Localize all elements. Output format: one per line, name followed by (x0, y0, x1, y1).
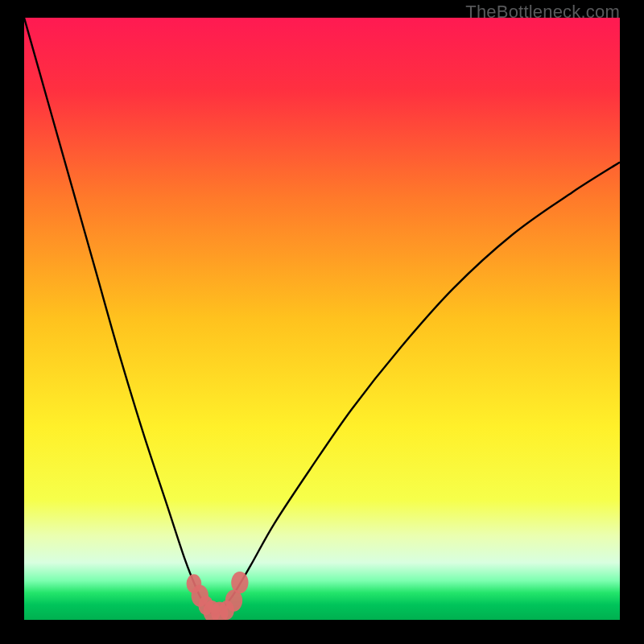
chart-frame: TheBottleneck.com (0, 0, 644, 644)
chart-svg (24, 18, 620, 620)
gradient-bg (24, 18, 620, 620)
plot-area (24, 18, 620, 620)
bottleneck-marker (231, 572, 248, 593)
